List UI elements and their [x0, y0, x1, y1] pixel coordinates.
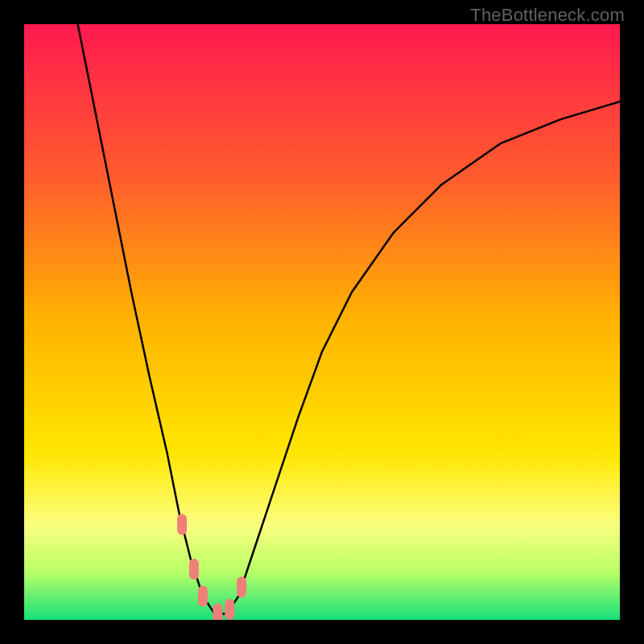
bottleneck-chart — [24, 24, 620, 620]
highlight-marker — [198, 585, 208, 606]
gradient-backdrop — [24, 24, 620, 620]
highlight-marker — [189, 559, 199, 580]
highlight-marker — [225, 599, 234, 620]
highlight-marker — [213, 604, 223, 620]
chart-frame: TheBottleneck.com — [0, 0, 644, 644]
highlight-marker — [177, 514, 187, 535]
attribution-text: TheBottleneck.com — [470, 5, 625, 26]
highlight-marker — [237, 576, 246, 597]
